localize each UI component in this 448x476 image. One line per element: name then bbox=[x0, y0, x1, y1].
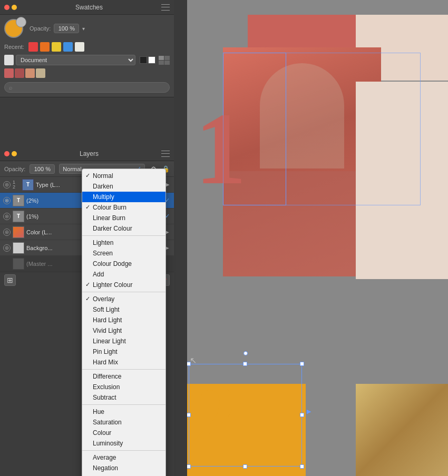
blend-option-luminosity[interactable]: Luminosity bbox=[82, 438, 165, 449]
recent-color-1[interactable] bbox=[28, 42, 38, 52]
blend-option-hard-mix[interactable]: Hard Mix bbox=[82, 357, 165, 368]
blend-option-reflect[interactable]: Reflect bbox=[82, 473, 165, 476]
right-light-area bbox=[356, 82, 448, 279]
opacity-arrow-icon[interactable]: ▾ bbox=[82, 26, 85, 32]
blend-option-darker-colour[interactable]: Darker Colour bbox=[82, 223, 165, 234]
bg-color[interactable] bbox=[148, 56, 155, 64]
opacity-input[interactable]: 100 % bbox=[54, 24, 79, 33]
blend-option-lighter-colour[interactable]: Lighter Colour bbox=[82, 280, 165, 290]
layer-1-visibility[interactable] bbox=[3, 181, 11, 189]
grid-option-1[interactable] bbox=[159, 56, 164, 60]
portrait-bg bbox=[356, 384, 448, 476]
blend-mode-dropdown: NormalDarkenMultiplyColour BurnLinear Bu… bbox=[82, 168, 166, 476]
document-icon bbox=[4, 55, 14, 65]
dropdown-divider-2 bbox=[82, 369, 165, 370]
layers-title: Layers bbox=[17, 150, 161, 157]
blend-option-darken[interactable]: Darken bbox=[82, 181, 165, 192]
eye-icon-5 bbox=[4, 245, 9, 251]
recent-color-2[interactable] bbox=[40, 42, 50, 52]
blend-option-linear-burn[interactable]: Linear Burn bbox=[82, 213, 165, 223]
color-preview-swatch[interactable] bbox=[4, 19, 23, 38]
blend-option-add[interactable]: Add bbox=[82, 269, 165, 280]
panel-controls bbox=[4, 5, 17, 10]
layers-menu-button[interactable] bbox=[161, 151, 170, 157]
grid-option-4[interactable] bbox=[164, 61, 170, 65]
blend-option-saturation[interactable]: Saturation bbox=[82, 417, 165, 428]
dropdown-divider-1 bbox=[82, 292, 165, 292]
eye-icon-2 bbox=[4, 198, 9, 203]
layer-4-thumb bbox=[13, 226, 24, 238]
blend-option-lighten[interactable]: Lighten bbox=[82, 237, 165, 248]
custom-swatch-2[interactable] bbox=[15, 68, 24, 78]
layers-minimize-button[interactable] bbox=[12, 151, 17, 156]
layers-panel-controls bbox=[4, 151, 17, 156]
person-head bbox=[260, 63, 344, 168]
fg-color[interactable] bbox=[140, 56, 147, 64]
layers-close-button[interactable] bbox=[4, 151, 9, 156]
blend-option-vivid-light[interactable]: Vivid Light bbox=[82, 325, 165, 336]
canvas-area: 1 2 ▶ ↖ bbox=[187, 0, 448, 476]
blend-option-average[interactable]: Average bbox=[82, 452, 165, 463]
blend-option-normal[interactable]: Normal bbox=[82, 171, 165, 181]
layer-5-thumb bbox=[13, 242, 24, 254]
dropdown-divider-0 bbox=[82, 235, 165, 236]
layer-3-thumb: T bbox=[13, 211, 24, 222]
recent-color-4[interactable] bbox=[63, 42, 73, 52]
swatches-top-row: Opacity: 100 % ▾ bbox=[4, 19, 170, 38]
dropdown-divider-3 bbox=[82, 404, 165, 405]
number-2: 2 bbox=[190, 368, 239, 465]
layer-1-thumb: T bbox=[22, 179, 34, 191]
recent-label: Recent: bbox=[4, 44, 24, 50]
layers-opacity-input[interactable]: 100 % bbox=[30, 164, 55, 174]
recent-color-5[interactable] bbox=[75, 42, 84, 52]
layers-stack-icon[interactable]: ⊞ bbox=[4, 274, 16, 286]
swatches-menu-button[interactable] bbox=[161, 4, 170, 11]
swatches-title: Swatches bbox=[17, 4, 161, 11]
blend-option-hard-light[interactable]: Hard Light bbox=[82, 315, 165, 325]
blend-option-difference[interactable]: Difference bbox=[82, 371, 165, 382]
blend-option-negation[interactable]: Negation bbox=[82, 463, 165, 473]
layer-6-spacer bbox=[3, 260, 11, 267]
layer-3-visibility[interactable] bbox=[3, 213, 11, 220]
svg-point-5 bbox=[6, 215, 8, 217]
grid-option-3[interactable] bbox=[159, 61, 164, 65]
blend-option-colour-dodge[interactable]: Colour Dodge bbox=[82, 259, 165, 269]
blend-option-subtract[interactable]: Subtract bbox=[82, 392, 165, 403]
layer-1-nums: 1 2 bbox=[13, 180, 20, 190]
search-input[interactable] bbox=[15, 84, 165, 91]
blend-option-screen[interactable]: Screen bbox=[82, 248, 165, 259]
custom-colors-row bbox=[4, 68, 170, 78]
layer-4-visibility[interactable] bbox=[3, 229, 11, 236]
dropdown-divider-4 bbox=[82, 450, 165, 451]
grid-option-2[interactable] bbox=[164, 56, 170, 60]
document-select[interactable]: Document bbox=[16, 55, 135, 65]
svg-point-9 bbox=[6, 247, 8, 249]
svg-point-1 bbox=[6, 184, 8, 185]
custom-swatch-4[interactable] bbox=[36, 68, 45, 78]
custom-swatch-3[interactable] bbox=[25, 68, 35, 78]
transform-arrow-icon: ↖ bbox=[190, 355, 197, 365]
blend-option-multiply[interactable]: Multiply bbox=[82, 192, 165, 202]
layer-2-thumb: T bbox=[13, 195, 24, 206]
close-button[interactable] bbox=[4, 5, 9, 10]
blend-option-colour[interactable]: Colour bbox=[82, 428, 165, 438]
minimize-button[interactable] bbox=[12, 5, 17, 10]
opacity-row: Opacity: 100 % ▾ bbox=[30, 24, 85, 33]
layers-opacity-label: Opacity: bbox=[4, 166, 25, 172]
blend-option-pin-light[interactable]: Pin Light bbox=[82, 346, 165, 357]
recent-colors-row: Recent: bbox=[4, 42, 170, 52]
blend-option-overlay[interactable]: Overlay bbox=[82, 294, 165, 304]
layer-5-visibility[interactable] bbox=[3, 244, 11, 252]
eye-icon-3 bbox=[4, 214, 9, 219]
blend-option-hue[interactable]: Hue bbox=[82, 406, 165, 417]
swatches-content: Opacity: 100 % ▾ Recent: Document bbox=[0, 15, 174, 97]
search-row: ⌕ bbox=[4, 82, 170, 93]
blend-option-exclusion[interactable]: Exclusion bbox=[82, 382, 165, 392]
blend-option-soft-light[interactable]: Soft Light bbox=[82, 304, 165, 315]
blend-option-colour-burn[interactable]: Colour Burn bbox=[82, 202, 165, 213]
recent-color-3[interactable] bbox=[52, 42, 61, 52]
eye-icon bbox=[4, 182, 9, 187]
custom-swatch-1[interactable] bbox=[4, 68, 14, 78]
blend-option-linear-light[interactable]: Linear Light bbox=[82, 336, 165, 346]
layer-2-visibility[interactable] bbox=[3, 197, 11, 204]
